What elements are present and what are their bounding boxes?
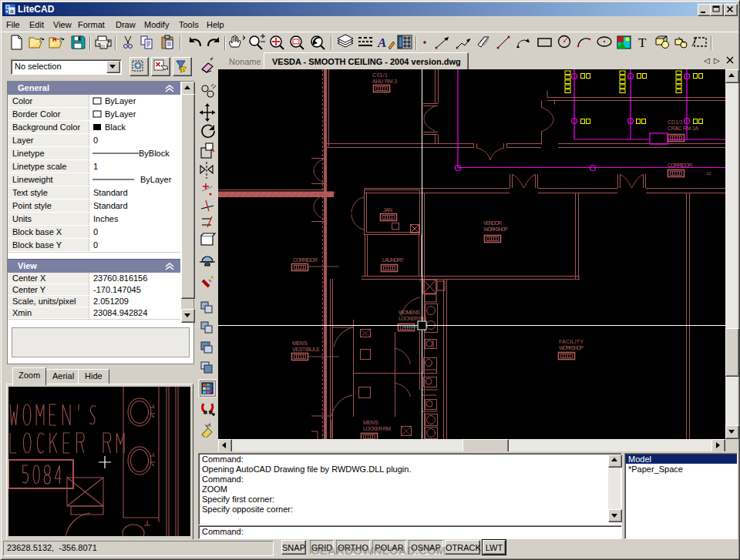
svg-text:VENDOR: VENDOR	[483, 220, 502, 226]
svg-text:LAUNDRY: LAUNDRY	[382, 257, 404, 263]
svg-text:WORKSHOP: WORKSHOP	[483, 226, 508, 232]
svg-text:MEN'S: MEN'S	[363, 420, 378, 425]
svg-text:A: A	[377, 35, 386, 50]
svg-text:CRAC RM 1A: CRAC RM 1A	[668, 126, 698, 131]
svg-text:AHU RM 3: AHU RM 3	[372, 79, 397, 84]
svg-text:MEN'S: MEN'S	[292, 340, 308, 346]
svg-text:a: a	[10, 8, 14, 15]
svg-text:VESTIBULE: VESTIBULE	[292, 347, 320, 352]
svg-text:C01/1: C01/1	[372, 72, 388, 78]
svg-text:FACILITY: FACILITY	[559, 339, 584, 344]
svg-text:12: 12	[706, 171, 711, 176]
svg-text:R: R	[52, 36, 57, 43]
svg-text:CD1/1: CD1/1	[668, 119, 683, 125]
svg-text:T: T	[638, 35, 647, 50]
svg-text:CORRIDOR: CORRIDOR	[293, 257, 318, 263]
svg-text:WORKSHOP: WORKSHOP	[559, 345, 584, 350]
svg-text:LOCKER RM: LOCKER RM	[363, 426, 391, 431]
svg-text:WOMEN'S: WOMEN'S	[399, 310, 420, 315]
svg-text:JAN: JAN	[383, 207, 392, 213]
